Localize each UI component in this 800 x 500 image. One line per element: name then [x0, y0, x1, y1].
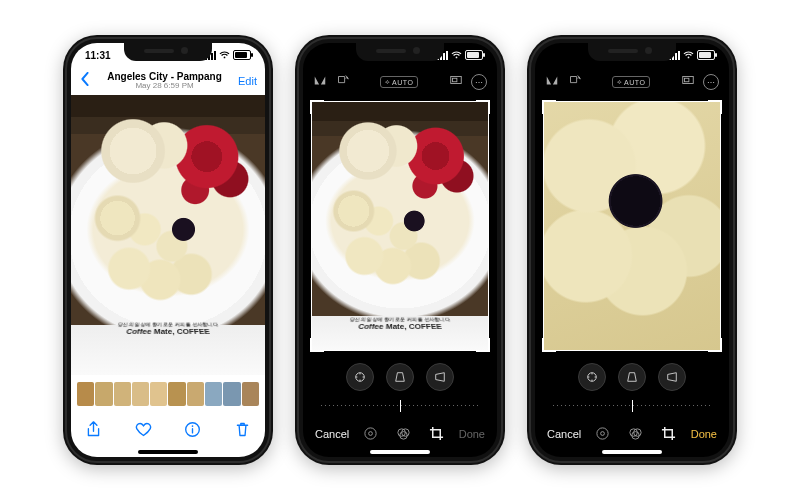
vertical-perspective-button[interactable]	[618, 363, 646, 391]
favorite-button[interactable]	[135, 421, 152, 442]
done-button[interactable]: Done	[691, 428, 717, 440]
thumb[interactable]	[114, 382, 131, 406]
battery-icon	[465, 50, 483, 60]
thumb[interactable]	[95, 382, 112, 406]
thumbnail-strip[interactable]	[71, 375, 265, 413]
photo-timestamp: May 28 6:59 PM	[91, 82, 238, 91]
aspect-button[interactable]	[449, 73, 463, 91]
wifi-icon	[219, 51, 230, 59]
horizontal-perspective-button[interactable]	[658, 363, 686, 391]
rotate-button[interactable]	[335, 73, 349, 91]
crop-viewport[interactable]: 당신의 일상에 향기로운 커피를 선사합니다 Coffee Mate, COFF…	[311, 101, 489, 351]
crop-tab[interactable]	[661, 426, 676, 443]
share-button[interactable]	[85, 421, 102, 442]
adjust-tab[interactable]	[595, 426, 610, 443]
svg-rect-11	[684, 78, 688, 82]
svg-point-14	[601, 431, 605, 435]
adjust-tab[interactable]	[363, 426, 378, 443]
editor-top-bar: ⟡ AUTO ⋯	[303, 67, 497, 97]
crop-frame[interactable]	[543, 101, 721, 351]
thumb[interactable]	[242, 382, 259, 406]
thumb[interactable]	[205, 382, 222, 406]
angle-ruler[interactable]	[321, 397, 479, 415]
editor-bottom-bar: Cancel Done	[535, 417, 729, 451]
thumb[interactable]	[150, 382, 167, 406]
wifi-icon	[451, 51, 462, 59]
crop-mode-row	[303, 357, 497, 397]
bottom-toolbar	[71, 413, 265, 449]
crop-viewport[interactable]	[543, 101, 721, 351]
ellipsis-button[interactable]: ⋯	[471, 74, 487, 90]
photo-viewport[interactable]: 당신의 일상에 향기로운 커피를 선사합니다 Coffee Mate, COFF…	[71, 95, 265, 375]
phone-editor-crop-zoomed: 11:31 ⟡ AUTO ⋯	[527, 35, 737, 465]
editor-bottom-bar: Cancel Done	[303, 417, 497, 451]
phone-editor-crop: 11:31 ⟡ AUTO ⋯	[295, 35, 505, 465]
home-indicator[interactable]	[138, 450, 198, 454]
crop-tab[interactable]	[429, 426, 444, 443]
wifi-icon	[683, 51, 694, 59]
battery-icon	[233, 50, 251, 60]
rotate-button[interactable]	[567, 73, 581, 91]
filters-tab[interactable]	[396, 426, 411, 443]
cancel-button[interactable]: Cancel	[547, 428, 581, 440]
ellipsis-button[interactable]: ⋯	[703, 74, 719, 90]
thumb[interactable]	[77, 382, 94, 406]
crop-frame[interactable]	[311, 101, 489, 351]
straighten-button[interactable]	[578, 363, 606, 391]
thumb[interactable]	[187, 382, 204, 406]
editor-top-bar: ⟡ AUTO ⋯	[535, 67, 729, 97]
thumb[interactable]	[223, 382, 240, 406]
flip-button[interactable]	[313, 73, 327, 91]
battery-icon	[697, 50, 715, 60]
done-button[interactable]: Done	[459, 428, 485, 440]
auto-button[interactable]: ⟡ AUTO	[380, 76, 419, 88]
back-button[interactable]	[79, 72, 91, 90]
trash-button[interactable]	[234, 421, 251, 442]
cancel-button[interactable]: Cancel	[315, 428, 349, 440]
home-indicator[interactable]	[370, 450, 430, 454]
info-button[interactable]	[184, 421, 201, 442]
nav-bar: Angeles City - Pampang May 28 6:59 PM Ed…	[71, 67, 265, 95]
plate-caption-small: 당신의 일상에 향기로운 커피를 선사합니다	[72, 321, 265, 327]
svg-point-6	[369, 431, 373, 435]
aspect-button[interactable]	[681, 73, 695, 91]
svg-point-13	[597, 427, 608, 438]
home-indicator[interactable]	[602, 450, 662, 454]
filters-tab[interactable]	[628, 426, 643, 443]
flip-button[interactable]	[545, 73, 559, 91]
auto-button[interactable]: ⟡ AUTO	[612, 76, 651, 88]
crop-mode-row	[535, 357, 729, 397]
thumb[interactable]	[168, 382, 185, 406]
svg-point-5	[365, 427, 376, 438]
vertical-perspective-button[interactable]	[386, 363, 414, 391]
svg-rect-3	[452, 78, 456, 82]
horizontal-perspective-button[interactable]	[426, 363, 454, 391]
straighten-button[interactable]	[346, 363, 374, 391]
angle-ruler[interactable]	[553, 397, 711, 415]
edit-button[interactable]: Edit	[238, 75, 257, 87]
thumb[interactable]	[132, 382, 149, 406]
plate-caption-main: Coffee Mate, COFFEE	[125, 327, 210, 336]
svg-point-1	[192, 425, 194, 427]
status-time: 11:31	[85, 50, 111, 61]
phone-photos-viewer: 11:31 Angeles City - Pampang May 28 6:59…	[63, 35, 273, 465]
